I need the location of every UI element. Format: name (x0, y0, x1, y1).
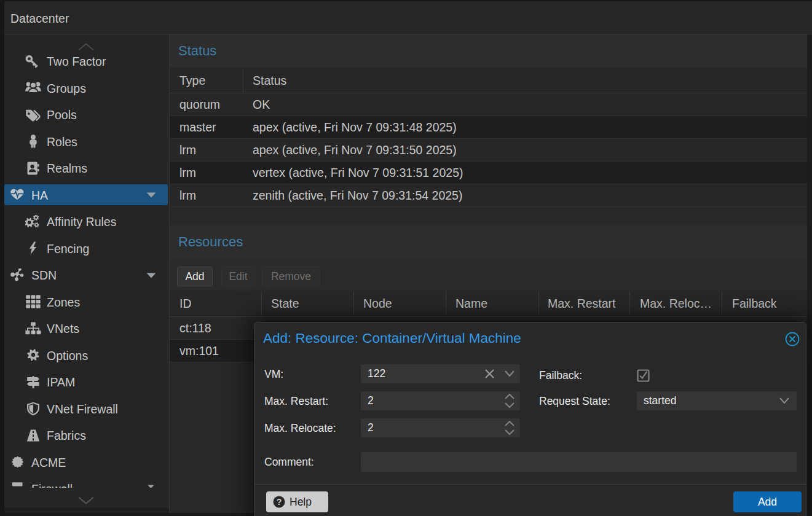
svg-text:?: ? (277, 497, 282, 507)
